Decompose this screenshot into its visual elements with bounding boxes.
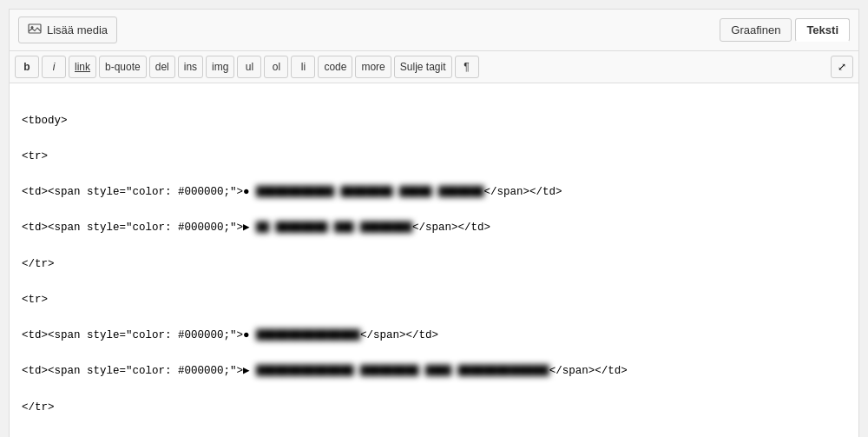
view-tabs: Graafinen Teksti: [720, 18, 850, 42]
code-button[interactable]: code: [318, 56, 352, 78]
code-line: <td><span style="color: #000000;">▶ ████…: [22, 362, 846, 381]
code-line: </tr>: [22, 255, 846, 274]
paragraph-button[interactable]: ¶: [455, 56, 479, 78]
ul-button[interactable]: ul: [237, 56, 261, 78]
code-line: <td><span style="color: #000000;">● ████…: [22, 327, 846, 345]
code-line: <tr>: [22, 291, 846, 309]
link-button[interactable]: link: [69, 56, 96, 78]
bold-button[interactable]: b: [15, 56, 39, 78]
tab-text[interactable]: Teksti: [795, 18, 850, 42]
li-button[interactable]: li: [291, 56, 315, 78]
del-button[interactable]: del: [149, 56, 175, 78]
more-button[interactable]: more: [355, 56, 391, 78]
code-area[interactable]: <tbody> <tr> <td><span style="color: #00…: [10, 83, 858, 437]
bquote-button[interactable]: b-quote: [99, 56, 147, 78]
add-media-icon: [28, 22, 42, 38]
editor-wrapper: Lisää media Graafinen Teksti b i link b-…: [9, 9, 859, 437]
toolbar: b i link b-quote del ins img ul ol li co…: [10, 51, 858, 83]
ol-button[interactable]: ol: [264, 56, 288, 78]
code-line: <tr>: [22, 148, 846, 166]
add-media-label: Lisää media: [47, 23, 108, 36]
close-tags-button[interactable]: Sulje tagit: [394, 56, 452, 78]
svg-rect-0: [29, 24, 41, 33]
top-bar: Lisää media Graafinen Teksti: [10, 10, 858, 51]
fullscreen-icon: ⤢: [838, 61, 846, 73]
tab-visual[interactable]: Graafinen: [720, 18, 792, 42]
italic-button[interactable]: i: [42, 56, 66, 78]
code-line: </tr>: [22, 399, 846, 417]
ins-button[interactable]: ins: [178, 56, 203, 78]
add-media-button[interactable]: Lisää media: [18, 17, 117, 43]
code-line: <td><span style="color: #000000;">● ████…: [22, 183, 846, 202]
img-button[interactable]: img: [206, 56, 234, 78]
fullscreen-button[interactable]: ⤢: [831, 56, 853, 78]
code-line: <tbody>: [22, 112, 846, 130]
code-line: <td><span style="color: #000000;">▶ ██ █…: [22, 219, 846, 237]
